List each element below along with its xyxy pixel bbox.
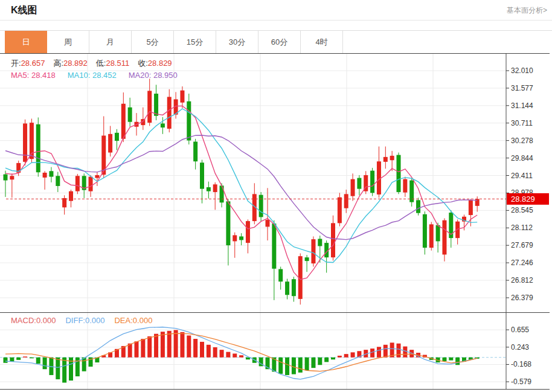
candle-body[interactable] (154, 94, 158, 116)
price-tick-label: 30.711 (511, 119, 533, 127)
candle-body[interactable] (357, 178, 361, 189)
candle-body[interactable] (115, 133, 119, 141)
ma10-label: MA10: (68, 71, 91, 80)
candle-body[interactable] (429, 224, 434, 248)
macd-tick-label: 0.243 (511, 343, 529, 352)
ma10-value: 28.452 (92, 71, 117, 80)
candle-body[interactable] (43, 173, 47, 178)
candle-body[interactable] (180, 91, 184, 103)
macd-bar (344, 354, 348, 358)
macd-bar (442, 358, 446, 361)
macd-bar (397, 344, 401, 358)
candle-body[interactable] (128, 108, 132, 122)
page-title: K线图 (11, 4, 37, 17)
candle-body[interactable] (246, 221, 250, 243)
tab-15分[interactable]: 15分 (174, 31, 216, 54)
candle-body[interactable] (193, 142, 197, 162)
candle-body[interactable] (266, 220, 270, 227)
tab-4时[interactable]: 4时 (301, 31, 343, 54)
tab-月[interactable]: 月 (89, 31, 132, 54)
candle-body[interactable] (23, 123, 27, 161)
candle-body[interactable] (338, 198, 342, 223)
candle-body[interactable] (442, 220, 446, 255)
macd-bar (36, 358, 40, 364)
candle-body[interactable] (200, 162, 204, 188)
tab-日[interactable]: 日 (5, 31, 47, 54)
candle-body[interactable] (56, 176, 60, 186)
tab-60分[interactable]: 60分 (258, 31, 301, 54)
candle-body[interactable] (89, 177, 93, 191)
candle-body[interactable] (423, 214, 427, 248)
candle-body[interactable] (259, 195, 263, 217)
macd-bar (56, 358, 60, 379)
candle-body[interactable] (161, 123, 165, 127)
candle-body[interactable] (239, 236, 243, 240)
candle-body[interactable] (10, 176, 14, 179)
macd-bar (82, 358, 86, 371)
candle-body[interactable] (62, 198, 66, 207)
candle-body[interactable] (4, 175, 8, 181)
candle-body[interactable] (344, 194, 348, 208)
candle-body[interactable] (278, 269, 283, 282)
macd-bar (10, 358, 14, 362)
low-label: 低: (96, 59, 106, 68)
macd-bar (16, 358, 21, 360)
candle-body[interactable] (220, 185, 224, 202)
fundamental-analysis-link[interactable]: 基本面分析> (507, 5, 547, 16)
macd-bar (285, 358, 289, 375)
candle-body[interactable] (403, 179, 407, 193)
candle-body[interactable] (469, 200, 473, 215)
candle-body[interactable] (416, 200, 420, 213)
candle-body[interactable] (318, 239, 322, 246)
macd-label: MACD: (11, 316, 36, 325)
macd-bar (351, 352, 355, 357)
candle-body[interactable] (75, 176, 80, 191)
ohlc-readout: 开:28.657高:28.892低:28.511收:28.829 (11, 58, 181, 69)
candle-body[interactable] (36, 124, 40, 172)
candle-body[interactable] (370, 171, 374, 193)
macd-readout: MACD:0.000DIFF:0.000DEA:0.000 (11, 316, 162, 325)
ma5-value: 28.418 (31, 71, 56, 80)
candle-body[interactable] (272, 223, 276, 269)
close-label: 收: (138, 59, 148, 68)
kline-chart-area[interactable]: 32.01031.57731.14430.71130.27829.84429.4… (0, 53, 552, 392)
tab-5分[interactable]: 5分 (132, 31, 174, 54)
candle-body[interactable] (207, 187, 211, 191)
candle-body[interactable] (311, 239, 315, 263)
macd-bar (338, 356, 342, 358)
candle-body[interactable] (49, 171, 53, 176)
candle-body[interactable] (167, 97, 172, 129)
candle-body[interactable] (351, 179, 355, 196)
candle-body[interactable] (436, 225, 440, 242)
candle-body[interactable] (213, 184, 217, 192)
tab-周[interactable]: 周 (47, 31, 89, 54)
candle-body[interactable] (331, 223, 335, 257)
candle-body[interactable] (397, 155, 401, 192)
price-tick-label: 31.577 (511, 84, 533, 92)
candle-body[interactable] (390, 156, 394, 160)
candle-body[interactable] (147, 91, 152, 123)
candle-body[interactable] (95, 175, 99, 178)
tab-30分[interactable]: 30分 (216, 31, 258, 54)
macd-bar (167, 331, 172, 358)
candle-body[interactable] (384, 157, 388, 162)
macd-value: 0.000 (36, 316, 56, 325)
candle-body[interactable] (121, 104, 126, 139)
low-value: 28.511 (106, 59, 129, 68)
macd-bar (331, 358, 335, 359)
candle-body[interactable] (187, 101, 191, 141)
candle-body[interactable] (69, 191, 73, 201)
price-tick-label: 31.144 (511, 101, 533, 110)
macd-bar (370, 349, 374, 358)
macd-bar (147, 336, 152, 358)
price-tick-label: 28.112 (511, 223, 533, 232)
kline-chart-svg[interactable]: 32.01031.57731.14430.71130.27829.84429.4… (0, 53, 552, 392)
candle-body[interactable] (285, 281, 289, 295)
candle-body[interactable] (292, 279, 296, 296)
candle-body[interactable] (305, 257, 309, 261)
candle-body[interactable] (233, 235, 237, 241)
candle-body[interactable] (108, 134, 112, 153)
macd-bar (298, 358, 303, 373)
candle-body[interactable] (226, 201, 230, 245)
price-tick-label: 29.411 (511, 172, 533, 180)
